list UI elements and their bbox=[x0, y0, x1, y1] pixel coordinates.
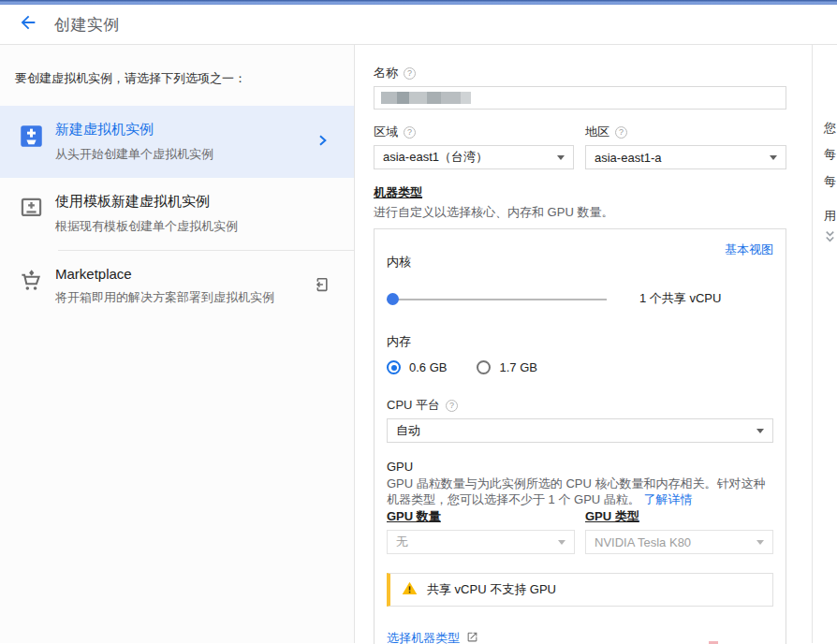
sidebar-item-subtitle: 根据现有模板创建单个虚拟机实例 bbox=[55, 218, 238, 235]
sidebar-item-title: 使用模板新建虚拟机实例 bbox=[55, 193, 238, 211]
create-instance-page: 创建实例 要创建虚拟机实例，请选择下列选项之一： 新建虚拟机实例 从头开始创建单… bbox=[0, 0, 837, 644]
slider-thumb[interactable] bbox=[387, 293, 399, 305]
dropdown-arrow-icon bbox=[756, 540, 764, 545]
dropdown-arrow-icon bbox=[557, 155, 565, 160]
basic-view-link[interactable]: 基本视图 bbox=[725, 242, 773, 258]
cpu-platform-select[interactable]: 自动 bbox=[387, 418, 773, 443]
gpu-count-label: GPU 数量 bbox=[387, 508, 575, 525]
machine-type-card: 基本视图 内核 1 个共享 vCPU 内存 0.6 GB 1.7 GB bbox=[374, 228, 786, 644]
cores-value: 1 个共享 vCPU bbox=[639, 290, 721, 307]
marketplace-cart-icon bbox=[19, 269, 44, 294]
help-icon[interactable]: ? bbox=[615, 126, 627, 139]
gpu-description: GPU 晶粒数量与为此实例所选的 CPU 核心数量和内存相关。针对这种机器类型，… bbox=[387, 476, 765, 506]
sidebar-item-from-template[interactable]: 使用模板新建虚拟机实例 根据现有模板创建单个虚拟机实例 bbox=[0, 178, 354, 250]
cpu-platform-value: 自动 bbox=[396, 422, 420, 439]
help-icon[interactable]: ? bbox=[404, 126, 416, 139]
cost-panel-clipped: 您 每 每 用 bbox=[813, 45, 837, 643]
region-select[interactable]: asia-east1（台湾） bbox=[374, 145, 574, 169]
sidebar-item-subtitle: 从头开始创建单个虚拟机实例 bbox=[55, 146, 213, 163]
memory-radio-0.6gb[interactable] bbox=[387, 360, 401, 374]
double-chevron-down-icon[interactable] bbox=[824, 230, 836, 248]
warning-text: 共享 vCPU 不支持 GPU bbox=[427, 581, 556, 598]
machine-type-description: 进行自定义以选择核心、内存和 GPU 数量。 bbox=[374, 204, 812, 221]
select-machine-type-link[interactable]: 选择机器类型 bbox=[387, 630, 460, 644]
chevron-right-icon bbox=[315, 133, 330, 152]
sidebar-item-title: Marketplace bbox=[55, 266, 274, 282]
slider-track bbox=[387, 299, 607, 300]
region-label: 区域 bbox=[374, 124, 398, 140]
memory-label: 内存 bbox=[387, 333, 773, 350]
gpu-count-select[interactable]: 无 bbox=[387, 530, 575, 554]
memory-option-label: 0.6 GB bbox=[409, 360, 447, 374]
gpu-warning-banner: 共享 vCPU 不支持 GPU bbox=[387, 573, 773, 607]
region-value: asia-east1（台湾） bbox=[383, 149, 488, 166]
zone-select[interactable]: asia-east1-a bbox=[585, 145, 786, 169]
dropdown-arrow-icon bbox=[770, 155, 777, 160]
page-title: 创建实例 bbox=[54, 14, 120, 36]
zone-label: 地区 bbox=[585, 124, 609, 140]
options-sidebar: 要创建虚拟机实例，请选择下列选项之一： 新建虚拟机实例 从头开始创建单个虚拟机实… bbox=[0, 45, 355, 643]
sidebar-item-subtitle: 将开箱即用的解决方案部署到虚拟机实例 bbox=[55, 289, 274, 306]
dropdown-arrow-icon bbox=[558, 540, 565, 545]
memory-option-label: 1.7 GB bbox=[499, 360, 536, 374]
page-header: 创建实例 bbox=[0, 5, 837, 45]
dropdown-arrow-icon bbox=[756, 429, 764, 433]
cpu-platform-label: CPU 平台 bbox=[387, 397, 440, 414]
sidebar-intro-text: 要创建虚拟机实例，请选择下列选项之一： bbox=[0, 45, 354, 106]
gpu-type-value: NVIDIA Tesla K80 bbox=[595, 535, 691, 549]
sidebar-item-title: 新建虚拟机实例 bbox=[55, 121, 213, 139]
external-link-icon bbox=[466, 631, 478, 644]
zone-value: asia-east1-a bbox=[595, 151, 662, 165]
clipped-text: 用 bbox=[824, 208, 836, 225]
help-icon[interactable]: ? bbox=[446, 400, 458, 412]
warning-triangle-icon bbox=[402, 580, 418, 600]
cores-slider[interactable] bbox=[387, 293, 607, 305]
exit-to-app-icon bbox=[312, 275, 330, 297]
name-input[interactable] bbox=[374, 86, 786, 110]
name-label: 名称 bbox=[374, 65, 398, 81]
instance-form: 名称 ? 区域 ? asia-east1（台湾） bbox=[355, 45, 813, 643]
sidebar-item-new-vm[interactable]: 新建虚拟机实例 从头开始创建单个虚拟机实例 bbox=[0, 106, 354, 178]
cores-label: 内核 bbox=[387, 254, 773, 271]
gpu-count-value: 无 bbox=[396, 534, 408, 550]
clipped-text: 每 bbox=[824, 173, 836, 190]
template-vm-icon bbox=[19, 196, 44, 221]
machine-type-label: 机器类型 bbox=[374, 184, 422, 201]
memory-radio-1.7gb[interactable] bbox=[477, 360, 491, 374]
arrow-left-icon bbox=[18, 12, 38, 37]
back-button[interactable] bbox=[15, 11, 41, 37]
gpu-type-select[interactable]: NVIDIA Tesla K80 bbox=[585, 530, 773, 554]
learn-more-link[interactable]: 了解详情 bbox=[643, 492, 692, 506]
clipped-text: 每 bbox=[824, 146, 836, 163]
gpu-section-label: GPU bbox=[387, 460, 773, 474]
clipped-text: 您 bbox=[824, 120, 836, 137]
sidebar-item-marketplace[interactable]: Marketplace 将开箱即用的解决方案部署到虚拟机实例 bbox=[0, 251, 354, 321]
gpu-type-label: GPU 类型 bbox=[585, 508, 773, 525]
redacted-name-value bbox=[381, 92, 471, 104]
new-vm-instance-icon bbox=[19, 124, 44, 149]
help-icon[interactable]: ? bbox=[404, 67, 416, 80]
